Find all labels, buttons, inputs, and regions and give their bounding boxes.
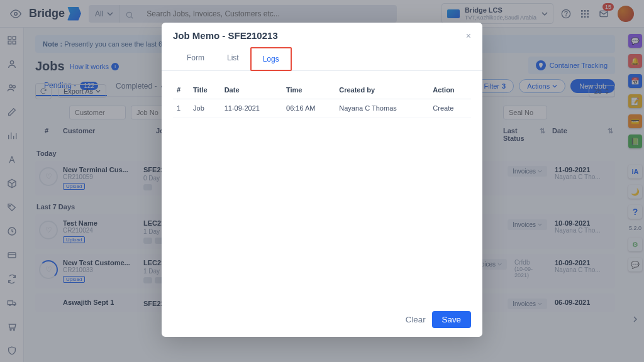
col-time: Time (282, 81, 335, 99)
modal-title: Job Memo - SFE210213 (173, 30, 278, 41)
save-button[interactable]: Save (432, 311, 471, 328)
modal-tabs: Form List Logs (162, 47, 482, 71)
col-title: Title (189, 81, 221, 99)
log-date: 11-09-2021 (221, 99, 282, 118)
clear-button[interactable]: Clear (406, 311, 426, 328)
modal-tab-logs[interactable]: Logs (250, 47, 292, 71)
modal-tab-list[interactable]: List (216, 47, 250, 70)
close-icon[interactable]: × (466, 31, 471, 41)
log-row: 1 Job 11-09-2021 06:16 AM Nayana C Thoma… (173, 99, 471, 118)
col-hash: # (173, 81, 189, 99)
job-memo-modal: Job Memo - SFE210213 × Form List Logs # … (162, 23, 482, 337)
col-date: Date (221, 81, 282, 99)
modal-overlay[interactable]: Job Memo - SFE210213 × Form List Logs # … (0, 0, 644, 362)
col-created-by: Created by (335, 81, 429, 99)
log-created-by: Nayana C Thomas (335, 99, 429, 118)
logs-table: # Title Date Time Created by Action 1 Jo… (173, 81, 471, 118)
log-title: Job (189, 99, 221, 118)
log-action: Create (429, 99, 471, 118)
modal-tab-form[interactable]: Form (175, 47, 216, 70)
log-hash: 1 (173, 99, 189, 118)
log-time: 06:16 AM (282, 99, 335, 118)
col-action: Action (429, 81, 471, 99)
